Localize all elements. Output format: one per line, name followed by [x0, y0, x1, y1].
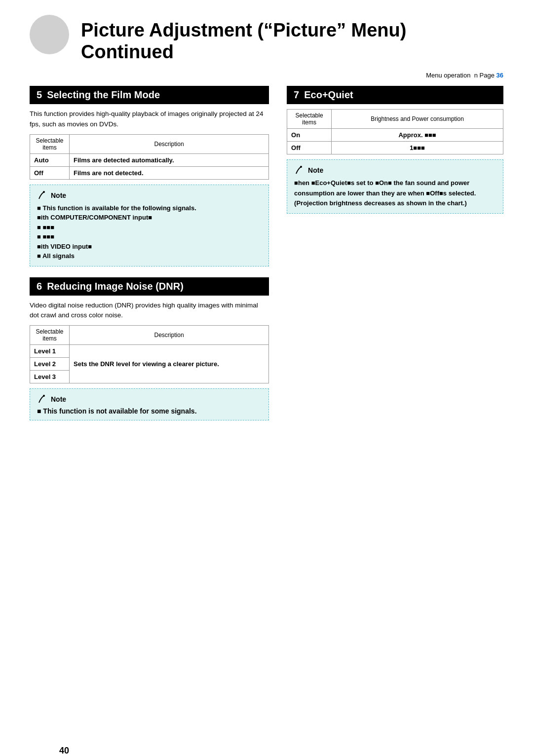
- header-circle-decoration: [30, 15, 69, 54]
- section5-note-title: Note: [37, 190, 262, 201]
- table-row: Auto Films are detected automatically.: [30, 153, 269, 166]
- section6-note-title: Note: [37, 394, 262, 405]
- section5-note-lead: ■ This function is available for the fol…: [37, 203, 262, 213]
- section6-header: 6 Reducing Image Noise (DNR): [30, 277, 269, 296]
- section5-computer-header: ■ith COMPUTER/COMPONENT input■: [37, 213, 262, 223]
- section5-video-item-0: ■ All signals: [37, 251, 262, 261]
- table-row: Level 1 Sets the DNR level for viewing a…: [30, 345, 269, 358]
- section6-col1-header: Selectable items: [30, 326, 70, 345]
- section6-note-text: ■ This function is not available for som…: [37, 407, 262, 415]
- section6-table: Selectable items Description Level 1 Set…: [30, 325, 269, 383]
- page-header: Picture Adjustment (“Picture” Menu) Cont…: [30, 20, 503, 63]
- section7-header: 7 Eco+Quiet: [287, 86, 503, 104]
- section7-note-box: Note ■hen ■Eco+Quiet■s set to ■On■ the f…: [287, 159, 503, 213]
- section5-computer-item-1: ■ ■■■: [37, 232, 262, 242]
- section5-desc: This function provides high-quality play…: [30, 109, 269, 129]
- page-number: 40: [59, 746, 69, 756]
- section5-table: Selectable items Description Auto Films …: [30, 134, 269, 180]
- section7-wrapper: 7 Eco+Quiet Selectable items Brightness …: [287, 86, 503, 213]
- section7-note-title: Note: [294, 165, 496, 176]
- section7-table: Selectable items Brightness and Power co…: [287, 109, 503, 154]
- table-row: Off Films are not detected.: [30, 166, 269, 179]
- section7-col1-header: Selectable items: [287, 110, 332, 129]
- section5-col2-header: Description: [70, 134, 269, 153]
- svg-point-2: [300, 166, 302, 168]
- section5-header: 5 Selecting the Film Mode: [30, 86, 269, 104]
- note-icon-s7: [294, 165, 305, 176]
- section6-col2-header: Description: [70, 326, 269, 345]
- section5-col1-header: Selectable items: [30, 134, 70, 153]
- section7-note-text: ■hen ■Eco+Quiet■s set to ■On■ the fan so…: [294, 178, 496, 208]
- svg-point-0: [43, 191, 45, 193]
- note-icon: [37, 190, 48, 201]
- note-icon-s6: [37, 394, 48, 405]
- page-title: Picture Adjustment (“Picture” Menu) Cont…: [81, 20, 406, 63]
- left-column: 5 Selecting the Film Mode This function …: [30, 86, 269, 431]
- section7-col2-header: Brightness and Power consumption: [332, 110, 503, 129]
- section5-note-box: Note ■ This function is available for th…: [30, 185, 269, 266]
- section6-desc: Video digital noise reduction (DNR) prov…: [30, 301, 269, 321]
- table-row: Off 1■■■: [287, 142, 503, 154]
- right-column: 7 Eco+Quiet Selectable items Brightness …: [287, 86, 503, 431]
- page-container: Picture Adjustment (“Picture” Menu) Cont…: [30, 20, 503, 756]
- section5-video-header: ■ith VIDEO input■: [37, 242, 262, 252]
- section5-computer-item-0: ■ ■■■: [37, 223, 262, 232]
- two-column-layout: 5 Selecting the Film Mode This function …: [30, 86, 503, 431]
- section6-note-box: Note ■ This function is not available fo…: [30, 388, 269, 420]
- section5-wrapper: 5 Selecting the Film Mode This function …: [30, 86, 269, 266]
- menu-op-line: Menu operation n Page 36: [30, 72, 503, 79]
- table-row: On Approx. ■■■: [287, 129, 503, 142]
- section6-wrapper: 6 Reducing Image Noise (DNR) Video digit…: [30, 277, 269, 421]
- svg-point-1: [43, 395, 45, 397]
